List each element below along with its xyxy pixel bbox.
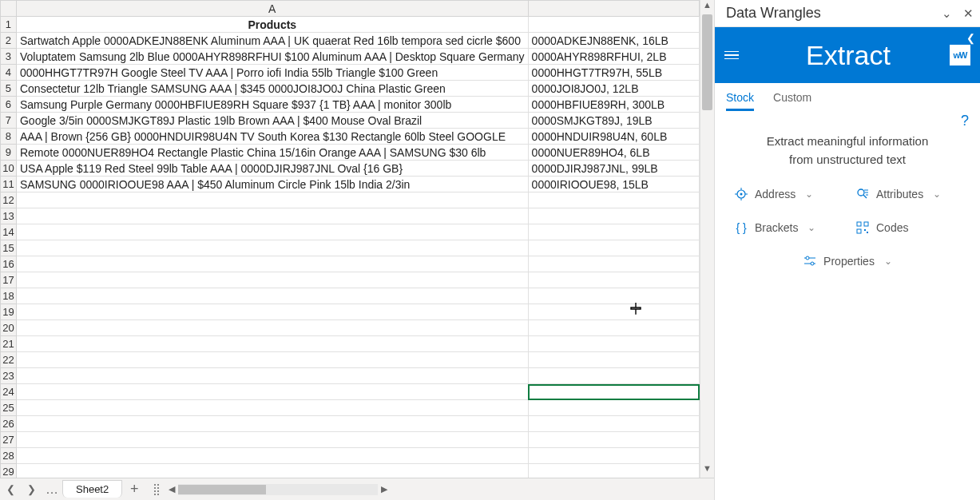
hscrollbar-thumb[interactable] — [178, 485, 266, 494]
cell[interactable] — [16, 224, 528, 240]
cell[interactable]: 0000HHGT7TR97H, 55LB — [528, 65, 699, 81]
add-sheet-button[interactable]: + — [122, 481, 146, 498]
cell[interactable] — [528, 416, 699, 432]
row-header[interactable]: 7 — [1, 113, 17, 129]
cell[interactable]: 0000SMJKGT89J, 19LB — [528, 113, 699, 129]
cell[interactable] — [16, 336, 528, 352]
cell[interactable]: 0000HHGT7TR97H Google Steel TV AAA | Por… — [16, 65, 528, 81]
cell[interactable] — [16, 208, 528, 224]
row-header[interactable]: 2 — [1, 33, 17, 49]
cell[interactable] — [528, 17, 699, 33]
splitter-handle[interactable] — [154, 484, 159, 495]
cell[interactable] — [16, 240, 528, 256]
cell[interactable] — [16, 192, 528, 208]
cell[interactable] — [16, 400, 528, 416]
cell[interactable]: 0000IRIOOUE98, 15LB — [528, 177, 699, 192]
cell[interactable] — [16, 432, 528, 448]
cell[interactable]: 0000HBFIUE89RH, 300LB — [528, 97, 699, 113]
cell[interactable]: Google 3/5in 0000SMJKGT89J Plastic 19lb … — [16, 113, 528, 129]
row-header[interactable]: 17 — [1, 272, 17, 288]
row-header[interactable]: 8 — [1, 129, 17, 145]
row-header[interactable]: 1 — [1, 17, 17, 33]
row-header[interactable]: 29 — [1, 464, 17, 478]
hscroll-right-icon[interactable]: ▶ — [378, 484, 391, 494]
cell[interactable] — [528, 448, 699, 464]
cell[interactable] — [528, 432, 699, 448]
row-header[interactable]: 3 — [1, 49, 17, 65]
sheet-nav-more[interactable]: … — [42, 478, 62, 500]
cell[interactable]: 0000HNDUIR98U4N, 60LB — [528, 129, 699, 145]
row-header[interactable]: 25 — [1, 400, 17, 416]
cell[interactable]: AAA | Brown {256 GB} 0000HNDUIR98U4N TV … — [16, 129, 528, 145]
card-address[interactable]: Address ⌄ — [734, 188, 839, 200]
cell[interactable]: USA Apple $119 Red Steel 99lb Table AAA … — [16, 161, 528, 177]
cell[interactable] — [528, 336, 699, 352]
cell[interactable] — [528, 352, 699, 368]
cell[interactable] — [528, 240, 699, 256]
cell[interactable] — [528, 256, 699, 272]
cell[interactable] — [528, 224, 699, 240]
card-properties[interactable]: Properties ⌄ — [734, 255, 961, 268]
col-header-A[interactable]: A — [16, 1, 528, 17]
col-header-B[interactable] — [528, 1, 699, 17]
card-brackets[interactable]: { } Brackets ⌄ — [734, 221, 839, 234]
row-header[interactable]: 20 — [1, 320, 17, 336]
cell[interactable] — [16, 320, 528, 336]
vertical-scrollbar[interactable]: ▲ ▼ — [700, 0, 714, 478]
sheet-tab[interactable]: Sheet2 — [62, 480, 122, 498]
cell[interactable] — [16, 352, 528, 368]
row-header[interactable]: 9 — [1, 145, 17, 161]
row-header[interactable]: 16 — [1, 256, 17, 272]
cell[interactable] — [16, 416, 528, 432]
cell[interactable] — [528, 384, 699, 400]
cell[interactable] — [528, 320, 699, 336]
cell[interactable]: SAMSUNG 0000IRIOOUE98 AAA | $450 Aluminu… — [16, 177, 528, 192]
row-header[interactable]: 24 — [1, 384, 17, 400]
cell[interactable] — [16, 464, 528, 478]
tab-stock[interactable]: Stock — [726, 91, 754, 111]
cell[interactable] — [16, 256, 528, 272]
cell[interactable]: 0000AHYR898RFHUI, 2LB — [528, 49, 699, 65]
cell[interactable] — [528, 400, 699, 416]
row-header[interactable]: 5 — [1, 81, 17, 97]
row-header[interactable]: 10 — [1, 161, 17, 177]
sheet-nav-prev[interactable]: ❮ — [0, 478, 21, 500]
scrollbar-thumb[interactable] — [702, 14, 712, 110]
cell[interactable] — [528, 288, 699, 304]
sheet-nav-next[interactable]: ❯ — [21, 478, 42, 500]
cell[interactable]: 0000JOI8JO0J, 12LB — [528, 81, 699, 97]
chevron-down-icon[interactable]: ⌄ — [942, 6, 952, 21]
row-header[interactable]: 14 — [1, 224, 17, 240]
close-icon[interactable]: ✕ — [963, 6, 974, 21]
row-header[interactable]: 15 — [1, 240, 17, 256]
row-header[interactable]: 18 — [1, 288, 17, 304]
cell[interactable] — [16, 272, 528, 288]
select-all-cell[interactable] — [1, 1, 17, 17]
cell[interactable]: Sartwatch Apple 0000ADKEJN88ENK Aluminum… — [16, 33, 528, 49]
row-header[interactable]: 27 — [1, 432, 17, 448]
cell[interactable] — [16, 384, 528, 400]
cell[interactable]: Voluptatem Samsung 2lb Blue 0000AHYR898R… — [16, 49, 528, 65]
row-header[interactable]: 26 — [1, 416, 17, 432]
cell[interactable] — [528, 208, 699, 224]
cell[interactable]: Remote 0000NUER89HO4 Rectangle Plastic C… — [16, 145, 528, 161]
scroll-down-icon[interactable]: ▼ — [700, 463, 714, 478]
cell[interactable] — [528, 464, 699, 478]
help-icon[interactable]: ? — [715, 111, 980, 131]
cell[interactable] — [16, 304, 528, 320]
cell[interactable]: Consectetur 12lb Triangle SAMSUNG AAA | … — [16, 81, 528, 97]
cell[interactable]: 0000ADKEJN88ENK, 16LB — [528, 33, 699, 49]
row-header[interactable]: 12 — [1, 192, 17, 208]
row-header[interactable]: 28 — [1, 448, 17, 464]
scroll-up-icon[interactable]: ▲ — [700, 0, 714, 14]
row-header[interactable]: 6 — [1, 97, 17, 113]
cell[interactable]: Samsung Purple Germany 0000HBFIUE89RH Sq… — [16, 97, 528, 113]
cell[interactable] — [528, 304, 699, 320]
card-attributes[interactable]: Attributes ⌄ — [855, 188, 961, 200]
cell[interactable] — [528, 368, 699, 384]
menu-icon[interactable] — [724, 51, 747, 60]
cell[interactable] — [16, 368, 528, 384]
back-arrow-icon[interactable]: ❮ — [966, 32, 975, 44]
hscroll-left-icon[interactable]: ◀ — [165, 484, 178, 494]
row-header[interactable]: 4 — [1, 65, 17, 81]
